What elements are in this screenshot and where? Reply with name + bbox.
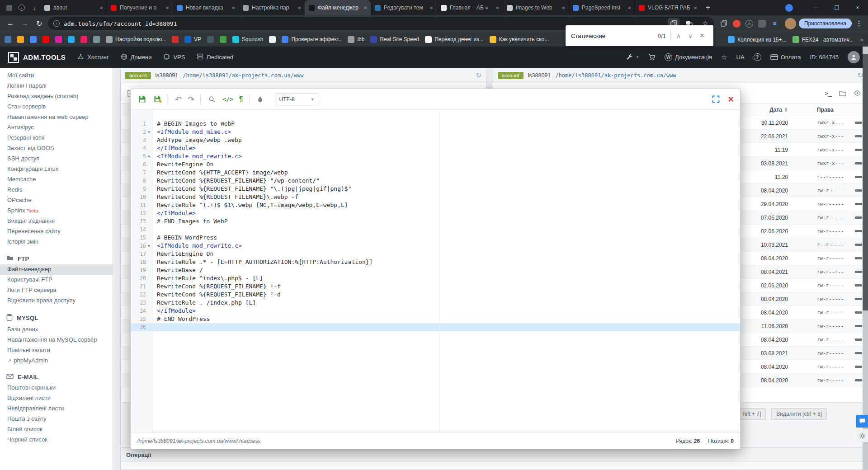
bookmark-item[interactable]: Коллекция из 15+... (728, 36, 787, 43)
settings-button[interactable] (856, 429, 868, 442)
tab-close-icon[interactable]: × (99, 5, 103, 11)
bookmark-item[interactable]: Перевод денег из... (425, 36, 484, 43)
sidebar-item[interactable]: Резервні копії (0, 133, 113, 143)
bookmark-item[interactable] (17, 36, 24, 43)
delete-button[interactable]: Видалити [ctrl + 8] (771, 408, 827, 420)
bookmark-item[interactable] (42, 36, 49, 43)
fullscreen-icon[interactable] (711, 94, 721, 104)
pane-path[interactable]: /home/ls388091/ak-projects.com.ua/www (183, 72, 303, 79)
sidebar-item[interactable]: Пошта з сайту (0, 414, 113, 424)
eye-icon[interactable] (854, 90, 861, 96)
tools-button[interactable]: ▼ (626, 54, 639, 61)
browser-tab[interactable]: Главная – АБ «× (437, 0, 503, 15)
folder-icon[interactable] (839, 90, 846, 96)
tab-close-icon[interactable]: × (627, 5, 631, 11)
site-info-icon[interactable]: i (53, 20, 60, 27)
download-icon[interactable]: ↓ (28, 0, 41, 15)
forward-button[interactable]: → (19, 19, 31, 28)
sidebar-item[interactable]: OPcache (0, 195, 113, 206)
bookmark-item[interactable]: VP (184, 36, 201, 43)
new-tab-button[interactable]: + (701, 3, 715, 12)
language-select[interactable]: UA (736, 54, 745, 61)
bookmark-item[interactable] (30, 36, 37, 43)
tab-close-icon[interactable]: × (495, 5, 499, 11)
cart-icon[interactable] (648, 54, 656, 61)
tab-close-icon[interactable]: × (561, 5, 565, 11)
bookmark-item[interactable]: Проверьте эффект... (282, 36, 342, 43)
bookmark-item[interactable]: Настройки подклю... (106, 36, 166, 43)
profile-chip[interactable]: Приостановлена (785, 18, 852, 29)
sidebar-item[interactable]: Антивірус (0, 122, 113, 133)
sidebar-item[interactable]: Користувачі FTP (0, 275, 113, 285)
bookmark-item[interactable]: Как увеличить ско... (490, 36, 549, 43)
sidebar-item[interactable]: Повільні запити (0, 345, 113, 356)
app-icon[interactable] (3, 0, 15, 15)
bookmark-item[interactable] (207, 36, 214, 43)
sidebar-item[interactable]: Чорний список (0, 435, 113, 445)
sidebar-item[interactable]: Файл-менеджер (0, 264, 113, 275)
sidebar-item[interactable]: Історія змін (0, 237, 113, 247)
page-scrollbar[interactable] (863, 47, 868, 470)
sidebar-item[interactable]: Захист від DDOS (0, 143, 113, 154)
adblock-icon[interactable] (733, 20, 741, 28)
save-as-icon[interactable] (153, 94, 163, 104)
bookmark-item[interactable] (220, 36, 226, 43)
bookmark-item[interactable] (5, 36, 11, 43)
bookmark-item[interactable] (93, 36, 100, 43)
bookmark-item[interactable] (269, 36, 276, 43)
pin-icon[interactable] (255, 94, 265, 104)
browser-tab[interactable]: Новая вкладка× (173, 0, 239, 15)
payment-link[interactable]: Оплата (770, 54, 801, 61)
find-close-icon[interactable]: × (696, 32, 708, 40)
tab-close-icon[interactable]: × (231, 5, 235, 11)
browser-tab[interactable]: PageSpeed Insi× (569, 0, 635, 15)
maximize-button[interactable]: ☐ (826, 0, 847, 15)
sidebar-item[interactable]: Перенесення сайту (0, 226, 113, 237)
bookmark-item[interactable] (68, 36, 75, 43)
bookmark-item[interactable]: Squoosh (232, 36, 263, 43)
sidebar-item[interactable]: Навантаження на web сервер (0, 112, 113, 122)
find-input[interactable]: Статические (571, 33, 658, 39)
a-icon[interactable]: a (745, 20, 753, 28)
nav-item-2[interactable]: Домени (121, 53, 152, 61)
bookmark-item[interactable] (80, 36, 87, 43)
bookmark-item[interactable] (172, 36, 179, 43)
sidebar-item[interactable]: Стан серверів (0, 102, 113, 112)
tab-close-icon[interactable]: × (297, 5, 301, 11)
sidebar-item[interactable]: Розклад завдань (crontab) (0, 91, 113, 102)
sidebar-item[interactable]: Невідправлені листи (0, 404, 113, 414)
bookmarks-overflow-icon[interactable]: » (859, 36, 865, 43)
sidebar-item[interactable]: SSH доступ (0, 154, 113, 164)
bookmark-item[interactable]: Real Site Speed (370, 36, 419, 43)
redo-icon[interactable]: ↷ (188, 94, 194, 104)
move-button[interactable]: hift + 7] (738, 408, 766, 420)
bookmark-item[interactable] (55, 36, 62, 43)
user-avatar[interactable] (848, 51, 860, 63)
app-logo[interactable]: ADM.TOOLS (8, 52, 66, 63)
nav-item-1[interactable]: Хостинг (77, 53, 108, 61)
browser-menu-icon[interactable]: ⋮ (854, 19, 863, 28)
sidebar-item[interactable]: Поштові скриньки (0, 383, 113, 393)
browser-tab[interactable]: VLOG БАТЯ РАБ× (635, 0, 701, 15)
sidebar-item[interactable]: Redis (0, 185, 113, 195)
find-prev-icon[interactable]: ∧ (673, 33, 684, 39)
help-icon[interactable]: ? (754, 53, 761, 61)
undo-icon[interactable]: ↶ (175, 94, 182, 104)
tab-close-icon[interactable]: × (429, 5, 433, 11)
browser-tab[interactable]: about× (41, 0, 107, 15)
column-perms[interactable]: Права (795, 107, 849, 113)
sidebar-item[interactable]: Sphinx*beta (0, 206, 113, 216)
close-editor-icon[interactable]: × (728, 94, 734, 104)
docs-link[interactable]: WДокументація (665, 53, 712, 61)
profile-status-label[interactable]: Приостановлена (799, 19, 852, 28)
pane-path[interactable]: /home/ls388091/ak-projects.com.ua/www (555, 72, 676, 79)
sidebar-item[interactable]: Конфігурація Linux (0, 164, 113, 174)
code-area[interactable]: # BEGIN Images to WebP<IfModule mod_mime… (152, 110, 740, 432)
tab-close-icon[interactable]: × (363, 5, 367, 11)
code-view-icon[interactable]: </> (222, 96, 233, 103)
search-icon[interactable] (207, 94, 217, 104)
favorites-icon[interactable]: ☆ (721, 53, 727, 61)
editor-body[interactable]: 12▼345▼678910111213141516▼17181920212223… (131, 110, 740, 432)
sidebar-item[interactable]: Вихідні з'єднання (0, 216, 113, 226)
sidebar-item[interactable]: Логіни і паролі (0, 81, 113, 91)
